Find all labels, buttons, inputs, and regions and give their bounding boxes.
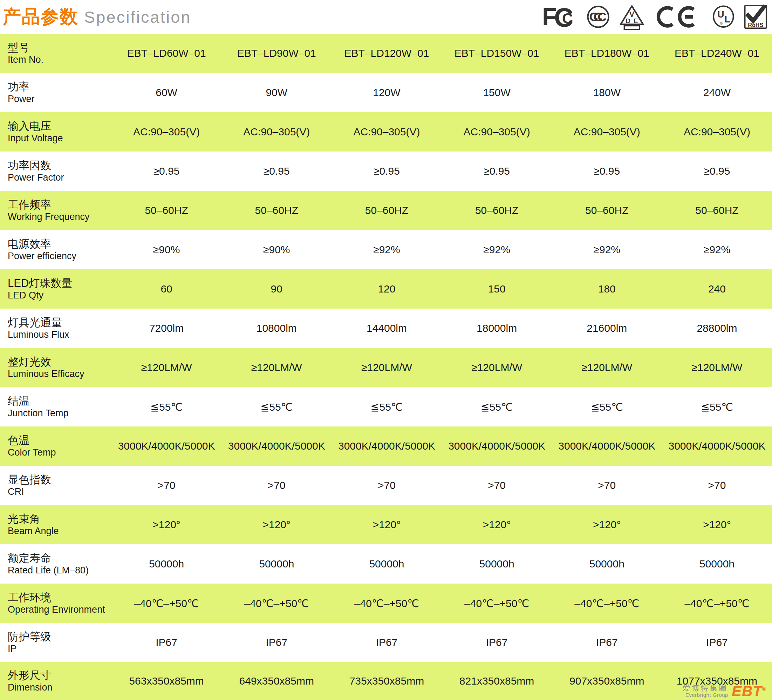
row-value: AC:90–305(V)	[221, 112, 332, 151]
table-row: 外形尺寸 Dimension 563x350x85mm 649x350x85mm…	[0, 662, 772, 700]
row-label: 输入电压 Input Voltage	[0, 112, 111, 151]
row-label: 灯具光通量 Luminous Flux	[0, 308, 111, 348]
table-row: 功率 Power 60W 90W 120W 150W 180W 240W	[0, 73, 772, 112]
row-label: 结温 Junction Temp	[0, 387, 111, 426]
row-label: 工作频率 Working Frequency	[0, 191, 111, 230]
row-value: >120°	[552, 505, 662, 544]
row-value: 150W	[442, 73, 552, 112]
row-value: 60	[111, 269, 221, 308]
brand-company-english: Everbright Group	[683, 692, 728, 698]
row-value: 563x350x85mm	[111, 662, 221, 700]
certification-logos: F C C C C C V D E	[542, 3, 767, 31]
row-label-chinese: 灯具光通量	[8, 316, 111, 329]
row-value: 50000h	[552, 544, 662, 584]
row-label: 外形尺寸 Dimension	[0, 662, 111, 700]
row-value: IP67	[552, 623, 662, 662]
row-label: 型号 Item No.	[0, 34, 111, 73]
row-value: 7200lm	[111, 308, 221, 348]
row-value: 50–60HZ	[662, 191, 772, 230]
row-value: –40℃–+50℃	[662, 584, 772, 623]
page-header: 产品参数 Specification F C C C C C V D E	[0, 0, 772, 34]
row-value: EBT–LD60W–01	[111, 34, 221, 73]
row-value: ≦55℃	[221, 387, 332, 426]
row-label-chinese: LED灯珠数量	[8, 277, 111, 290]
row-label: 电源效率 Power efficiency	[0, 230, 111, 269]
row-value: 50–60HZ	[221, 191, 332, 230]
row-label: 整灯光效 Luminous Efficacy	[0, 348, 111, 387]
row-label-chinese: 外形尺寸	[8, 669, 111, 682]
row-value: 180	[552, 269, 662, 308]
row-value: 3000K/4000K/5000K	[221, 426, 332, 466]
row-value: 50–60HZ	[111, 191, 221, 230]
row-value: 3000K/4000K/5000K	[662, 426, 772, 466]
row-label-chinese: 输入电压	[8, 120, 111, 133]
ce-icon	[654, 5, 703, 28]
row-value: 821x350x85mm	[442, 662, 552, 700]
vde-icon: V D E	[619, 5, 644, 31]
row-value: –40℃–+50℃	[221, 584, 332, 623]
row-value: >120°	[662, 505, 772, 544]
row-value: 18000lm	[442, 308, 552, 348]
row-label-chinese: 额定寿命	[8, 552, 111, 565]
row-value: ≦55℃	[442, 387, 552, 426]
row-value: ≦55℃	[111, 387, 221, 426]
row-label-chinese: 电源效率	[8, 238, 111, 251]
row-value: ≦55℃	[662, 387, 772, 426]
row-value: ≥0.95	[221, 151, 332, 191]
row-label-english: LED Qty	[8, 290, 111, 301]
ccc-icon: C C C	[587, 5, 610, 28]
row-value: 50–60HZ	[552, 191, 662, 230]
row-value: ≥120LM/W	[442, 348, 552, 387]
ul-letter: L	[725, 14, 730, 25]
row-value: ≥92%	[442, 230, 552, 269]
row-label-chinese: 工作频率	[8, 198, 111, 211]
row-value: IP67	[662, 623, 772, 662]
row-value: 907x350x85mm	[552, 662, 662, 700]
row-value: 50–60HZ	[332, 191, 442, 230]
row-value: AC:90–305(V)	[552, 112, 662, 151]
row-value: 14400lm	[332, 308, 442, 348]
table-row: 工作环境 Operating Environment –40℃–+50℃ –40…	[0, 584, 772, 623]
ul-letter: U	[717, 9, 724, 20]
row-value: 90W	[221, 73, 332, 112]
ce-letter-c	[659, 8, 672, 26]
row-value: EBT–LD180W–01	[552, 34, 662, 73]
row-value: AC:90–305(V)	[111, 112, 221, 151]
spec-sheet-page: 产品参数 Specification F C C C C C V D E	[0, 0, 772, 700]
row-value: ≥92%	[662, 230, 772, 269]
ccc-letter: C	[597, 10, 607, 24]
row-value: >70	[221, 466, 332, 505]
row-label-english: Input Voltage	[8, 133, 111, 144]
row-value: >70	[662, 466, 772, 505]
fcc-letter: C	[562, 10, 573, 27]
rohs-checkmark	[748, 7, 764, 21]
row-value: 649x350x85mm	[221, 662, 332, 700]
fcc-icon: F C C	[542, 5, 577, 28]
row-value: 735x350x85mm	[332, 662, 442, 700]
row-value: 3000K/4000K/5000K	[552, 426, 662, 466]
brand-company: 爱博特集團 Everbright Group	[683, 684, 728, 698]
row-value: ≥120LM/W	[221, 348, 332, 387]
row-label-chinese: 型号	[8, 41, 111, 54]
title-english: Specification	[84, 7, 191, 27]
title-chinese: 产品参数	[3, 5, 79, 29]
row-label: 功率因数 Power Factor	[0, 151, 111, 191]
row-value: 50000h	[111, 544, 221, 584]
rohs-label: RoHS	[748, 22, 763, 28]
table-row: 额定寿命 Rated Life (LM–80) 50000h 50000h 50…	[0, 544, 772, 584]
row-value: EBT–LD120W–01	[332, 34, 442, 73]
row-label-english: Color Temp	[8, 447, 111, 458]
row-value: 50–60HZ	[442, 191, 552, 230]
row-label-chinese: 色温	[8, 434, 111, 447]
row-value: ≥120LM/W	[662, 348, 772, 387]
row-label: 光束角 Beam Angle	[0, 505, 111, 544]
row-label-english: Power Factor	[8, 172, 111, 184]
row-value: >70	[332, 466, 442, 505]
row-label-english: Item No.	[8, 54, 111, 66]
row-value: 50000h	[332, 544, 442, 584]
row-value: 90	[221, 269, 332, 308]
row-value: 60W	[111, 73, 221, 112]
row-value: 50000h	[662, 544, 772, 584]
table-row: 整灯光效 Luminous Efficacy ≥120LM/W ≥120LM/W…	[0, 348, 772, 387]
row-value: 50000h	[442, 544, 552, 584]
